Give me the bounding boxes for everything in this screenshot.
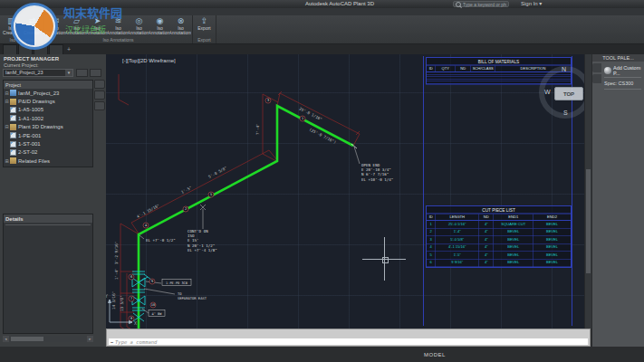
- side-tab[interactable]: [94, 90, 105, 100]
- ribbon-button[interactable]: ◉ Iso Annotations: [149, 16, 170, 37]
- bom-col-nd: ND: [456, 66, 471, 72]
- ribbon-button-icon: ⇪: [201, 16, 208, 26]
- viewcube-west[interactable]: W: [544, 89, 551, 95]
- command-line-panel[interactable]: ⌨ Type a command: [106, 329, 591, 347]
- drawing-tab[interactable]: [49, 44, 63, 54]
- project-toolbar-button[interactable]: [76, 69, 88, 77]
- tree-expander-icon[interactable]: ⊟: [4, 90, 10, 96]
- scroll-left-icon[interactable]: ◂: [3, 336, 9, 342]
- ribbon-button-label: Iso Annotations: [170, 26, 191, 36]
- spec-selector[interactable]: Spec: CS300: [604, 78, 641, 90]
- tree-item-label: 1-PE-001: [18, 133, 41, 138]
- tree-expander-icon[interactable]: ⊞: [4, 158, 10, 164]
- tree-item-label: Plant 3D Drawings: [18, 124, 63, 129]
- model-space-button[interactable]: MODEL: [424, 352, 446, 357]
- watermark-logo: [11, 3, 58, 50]
- bom-title: BILL OF MATERIALS: [427, 58, 571, 66]
- cut-col-length: LENGTH: [436, 214, 479, 221]
- project-toolbar-button[interactable]: [90, 69, 101, 77]
- ribbon-button[interactable]: ⇪ Export: [194, 16, 215, 37]
- tree-item-icon: [10, 99, 16, 105]
- pipe-line[interactable]: [139, 106, 357, 329]
- side-tab[interactable]: [94, 80, 105, 89]
- details-horizontal-scrollbar[interactable]: ◂ ▸: [3, 336, 93, 342]
- tree-item[interactable]: ⊞ Related Files: [4, 157, 92, 165]
- tree-item-label: IanM_Project_23: [18, 90, 59, 96]
- viewcube-north[interactable]: N: [562, 66, 566, 72]
- tree-item-label: 2-ST-02: [18, 149, 37, 155]
- tree-item[interactable]: 2-ST-02: [4, 148, 92, 157]
- tree-item[interactable]: ⊟ IanM_Project_23: [4, 89, 92, 97]
- cut-list-column-headers: ID LENGTH ND END1 END2: [427, 214, 571, 222]
- svg-text:5: 5: [210, 193, 212, 196]
- tree-item[interactable]: ⊟ Plant 3D Drawings: [4, 123, 92, 131]
- scrollbar-thumb[interactable]: [11, 337, 43, 341]
- add-custom-part-button[interactable]: Add Custom P...: [604, 64, 641, 78]
- current-project-dropdown[interactable]: IanM_Project_23 ▼: [3, 69, 73, 77]
- cut-col-nd: ND: [479, 214, 494, 221]
- tree-item-icon: [10, 149, 16, 156]
- tree-item[interactable]: 1-A1-1002: [4, 114, 92, 122]
- cut-list-row[interactable]: 1 25'-0 1/16" 4" SQUARE CUT BEVEL: [427, 221, 571, 229]
- ribbon-group-label: Iso Annotations: [45, 37, 191, 43]
- search-box[interactable]: Type a keyword or phrase: [453, 1, 509, 7]
- cut-list-title: CUT PIECE LIST: [427, 206, 571, 214]
- svg-text:8: 8: [130, 317, 132, 320]
- cut-piece-list-table: CUT PIECE LIST ID LENGTH ND END1 END2 1 …: [426, 205, 572, 329]
- cut-list-row[interactable]: 2 1'-4" 4" BEVEL BEVEL: [427, 229, 571, 237]
- search-placeholder: Type a keyword or phrase: [463, 2, 506, 7]
- tree-expander-icon[interactable]: ⊟: [4, 99, 10, 104]
- project-toolbar: [76, 69, 101, 77]
- drawing-tab[interactable]: [3, 44, 17, 54]
- cut-list-row[interactable]: 6 9 9/16" 4" BEVEL BEVEL: [427, 260, 571, 268]
- ribbon-button-icon: ◎: [136, 16, 143, 26]
- drawing-vertical-scrollbar[interactable]: [584, 54, 591, 329]
- svg-text:1-PE-P0 3CB: 1-PE-P0 3CB: [166, 281, 187, 285]
- viewcube-south[interactable]: S: [563, 110, 568, 116]
- cut-cell-id: 6: [427, 260, 436, 268]
- svg-text:13 5/8": 13 5/8": [120, 295, 124, 311]
- tool-palettes-title[interactable]: TOOL PALE...: [592, 54, 644, 62]
- viewcube-top-face[interactable]: TOP: [554, 87, 583, 100]
- chevron-down-icon[interactable]: ▼: [65, 70, 72, 76]
- tree-item-label: 1-ST-001: [18, 141, 41, 147]
- ribbon-button-icon: ◉: [157, 16, 164, 26]
- tree-expander-icon[interactable]: ⊟: [4, 124, 10, 129]
- viewport-controls[interactable]: [-][Top][2D Wireframe]: [122, 58, 176, 63]
- ribbon-button[interactable]: ◎ Iso Annotations: [129, 16, 149, 37]
- project-manager-side-tabs: [94, 80, 105, 110]
- ribbon-tab[interactable]: [2, 8, 9, 15]
- cut-list-row[interactable]: 4 4'-1 15/16" 4" BEVEL BEVEL: [427, 244, 571, 252]
- scroll-right-icon[interactable]: ▸: [87, 336, 93, 342]
- svg-text:EL +7'-4 1/8": EL +7'-4 1/8": [187, 248, 217, 252]
- tree-item[interactable]: 1-A5-1005: [4, 106, 92, 114]
- sign-in-button[interactable]: Sign In ▾: [521, 1, 542, 7]
- palette-tab[interactable]: [592, 63, 601, 72]
- project-tree: Project ⊟ IanM_Project_23 ⊟: [3, 80, 93, 167]
- svg-text:EL +7'-0 1/2": EL +7'-0 1/2": [146, 238, 176, 243]
- details-title: Details: [5, 216, 24, 222]
- side-tab[interactable]: [94, 101, 105, 110]
- ribbon-button[interactable]: ⊗ Iso Annotations: [170, 16, 191, 37]
- command-input[interactable]: ⌨ Type a command: [109, 338, 588, 345]
- new-tab-button[interactable]: +: [64, 45, 73, 54]
- tree-item-icon: [10, 124, 16, 130]
- cut-col-id: ID: [427, 214, 436, 221]
- bom-col-sch: SCH/CLASS: [471, 66, 495, 72]
- cut-cell-id: 1: [427, 221, 436, 229]
- tree-item[interactable]: 1-PE-001: [4, 131, 92, 139]
- palette-tab[interactable]: [592, 74, 601, 83]
- tree-item-label: Related Files: [18, 158, 50, 164]
- command-input-placeholder: Type a command: [115, 339, 157, 345]
- cut-cell-end1: BEVEL: [494, 229, 533, 237]
- cut-cell-end1: BEVEL: [494, 252, 533, 260]
- cut-cell-length: 9 9/16": [436, 260, 479, 268]
- scrollbar-thumb[interactable]: [586, 169, 591, 273]
- project-tree-rows: ⊟ IanM_Project_23 ⊟ P&ID Drawings 1-A5: [4, 89, 92, 166]
- drawing-viewport[interactable]: [-][Top][2D Wireframe]: [106, 54, 591, 329]
- tree-item[interactable]: 1-ST-001: [4, 139, 92, 148]
- tree-item[interactable]: ⊟ P&ID Drawings: [4, 97, 92, 105]
- cut-list-row[interactable]: 5 1'-5" 4" BEVEL BEVEL: [427, 252, 571, 260]
- project-manager-panel: PROJECT MANAGER Current Project: IanM_Pr…: [0, 54, 106, 347]
- cut-list-row[interactable]: 3 5'-0 5/8" 4" BEVEL BEVEL: [427, 236, 571, 244]
